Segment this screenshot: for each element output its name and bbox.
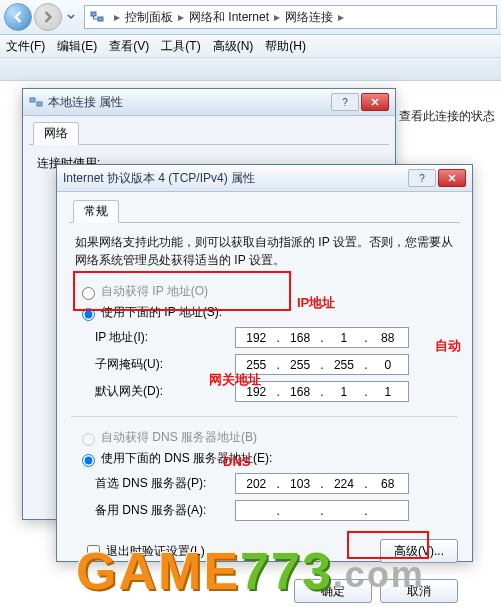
dlg2-close-button[interactable] — [438, 169, 466, 187]
label-dns1: 首选 DNS 服务器(P): — [95, 475, 235, 492]
arrow-right-icon — [42, 11, 54, 23]
menu-help[interactable]: 帮助(H) — [265, 38, 306, 55]
network-icon — [89, 9, 105, 25]
input-ip-address[interactable]: 192. 168. 1. 88 — [235, 327, 409, 348]
dlg1-close-button[interactable] — [361, 93, 389, 111]
ok-button[interactable]: 确定 — [294, 579, 372, 603]
gw-oct3[interactable]: 1 — [324, 385, 365, 399]
svg-rect-2 — [30, 98, 35, 102]
svg-rect-0 — [91, 12, 96, 16]
advanced-button[interactable]: 高级(V)... — [380, 539, 458, 563]
row-ip: IP 地址(I): 192. 168. 1. 88 — [73, 327, 456, 348]
dialog-buttons: 确定 取消 — [57, 573, 472, 607]
mask-oct2[interactable]: 255 — [280, 358, 321, 372]
gw-oct4[interactable]: 1 — [368, 385, 409, 399]
radio-ip-auto-label: 自动获得 IP 地址(O) — [101, 283, 208, 300]
ip-oct1[interactable]: 192 — [236, 331, 277, 345]
checkbox-validate-input[interactable] — [87, 545, 100, 558]
tab-network[interactable]: 网络 — [33, 122, 79, 145]
row-gateway: 默认网关(D): 192. 168. 1. 1 — [73, 381, 456, 402]
command-bar — [0, 58, 501, 81]
dlg2-titlebar[interactable]: Internet 协议版本 4 (TCP/IPv4) 属性 ? — [57, 165, 472, 192]
mask-oct1[interactable]: 255 — [236, 358, 277, 372]
menu-edit[interactable]: 编辑(E) — [57, 38, 97, 55]
ip-oct3[interactable]: 1 — [324, 331, 365, 345]
dlg2-help-button[interactable]: ? — [408, 169, 436, 187]
crumb-control-panel[interactable]: 控制面板 — [125, 9, 173, 26]
radio-ip-manual-label: 使用下面的 IP 地址(S): — [101, 304, 222, 321]
input-alternate-dns[interactable]: . . . — [235, 500, 409, 521]
input-subnet-mask[interactable]: 255. 255. 255. 0 — [235, 354, 409, 375]
input-preferred-dns[interactable]: 202. 103. 224. 68 — [235, 473, 409, 494]
dialog-ipv4-properties: Internet 协议版本 4 (TCP/IPv4) 属性 ? 常规 如果网络支… — [56, 164, 473, 562]
ip-oct2[interactable]: 168 — [280, 331, 321, 345]
dlg1-tabs: 网络 — [29, 122, 389, 145]
mask-oct4[interactable]: 0 — [368, 358, 409, 372]
radio-ip-manual[interactable]: 使用下面的 IP 地址(S): — [77, 304, 452, 321]
separator — [71, 416, 458, 417]
input-default-gateway[interactable]: 192. 168. 1. 1 — [235, 381, 409, 402]
close-icon — [371, 98, 379, 106]
svg-rect-3 — [37, 102, 42, 106]
radio-dns-auto-input — [82, 433, 95, 446]
dns1-oct3[interactable]: 224 — [324, 477, 365, 491]
annotation-auto: 自动 — [435, 337, 461, 355]
row-dns1: 首选 DNS 服务器(P): 202. 103. 224. 68 — [73, 473, 456, 494]
radio-dns-auto: 自动获得 DNS 服务器地址(B) — [77, 429, 452, 446]
radio-ip-auto-input[interactable] — [82, 287, 95, 300]
arrow-left-icon — [12, 11, 24, 23]
annotation-ip: IP地址 — [297, 294, 335, 312]
crumb-network-connections[interactable]: 网络连接 — [285, 9, 333, 26]
menu-file[interactable]: 文件(F) — [6, 38, 45, 55]
dlg1-help-button[interactable]: ? — [331, 93, 359, 111]
explorer-navbar: ▸ 控制面板 ▸ 网络和 Internet ▸ 网络连接 ▸ — [0, 0, 501, 35]
radio-dns-auto-label: 自动获得 DNS 服务器地址(B) — [101, 429, 257, 446]
close-icon — [448, 174, 456, 182]
tab-general[interactable]: 常规 — [73, 200, 119, 223]
mask-oct3[interactable]: 255 — [324, 358, 365, 372]
svg-rect-1 — [98, 17, 103, 21]
label-dns2: 备用 DNS 服务器(A): — [95, 502, 235, 519]
radio-dns-manual[interactable]: 使用下面的 DNS 服务器地址(E): — [77, 450, 452, 467]
annotation-dns: DNS — [223, 454, 250, 469]
radio-dns-manual-input[interactable] — [82, 454, 95, 467]
cancel-button[interactable]: 取消 — [380, 579, 458, 603]
checkbox-validate-label: 退出时验证设置(L) — [106, 543, 205, 560]
chevron-down-icon[interactable] — [67, 13, 75, 21]
network-adapter-icon — [29, 95, 43, 109]
radio-ip-auto[interactable]: 自动获得 IP 地址(O) — [77, 283, 452, 300]
checkbox-validate-on-exit[interactable]: 退出时验证设置(L) — [83, 542, 205, 561]
menu-bar: 文件(F) 编辑(E) 查看(V) 工具(T) 高级(N) 帮助(H) — [0, 35, 501, 58]
dns1-oct1[interactable]: 202 — [236, 477, 277, 491]
row-dns2: 备用 DNS 服务器(A): . . . — [73, 500, 456, 521]
label-ip: IP 地址(I): — [95, 329, 235, 346]
breadcrumb-bar[interactable]: ▸ 控制面板 ▸ 网络和 Internet ▸ 网络连接 ▸ — [84, 5, 497, 29]
dlg1-title: 本地连接 属性 — [48, 94, 123, 111]
menu-tools[interactable]: 工具(T) — [161, 38, 200, 55]
ipv4-description: 如果网络支持此功能，则可以获取自动指派的 IP 设置。否则，您需要从网络系统管理… — [75, 233, 454, 269]
nav-back-button[interactable] — [4, 3, 32, 31]
menu-advanced[interactable]: 高级(N) — [213, 38, 254, 55]
annotation-gateway: 网关地址 — [209, 371, 261, 389]
dns1-oct4[interactable]: 68 — [368, 477, 409, 491]
dlg2-title: Internet 协议版本 4 (TCP/IPv4) 属性 — [63, 170, 255, 187]
ip-oct4[interactable]: 88 — [368, 331, 409, 345]
crumb-network-internet[interactable]: 网络和 Internet — [189, 9, 269, 26]
status-note: 查看此连接的状态 — [399, 108, 495, 125]
dns1-oct2[interactable]: 103 — [280, 477, 321, 491]
gw-oct2[interactable]: 168 — [280, 385, 321, 399]
nav-forward-button[interactable] — [34, 3, 62, 31]
dlg2-tabs: 常规 — [69, 200, 460, 223]
menu-view[interactable]: 查看(V) — [109, 38, 149, 55]
dlg1-titlebar[interactable]: 本地连接 属性 ? — [23, 89, 395, 116]
radio-ip-manual-input[interactable] — [82, 308, 95, 321]
row-mask: 子网掩码(U): 255. 255. 255. 0 — [73, 354, 456, 375]
